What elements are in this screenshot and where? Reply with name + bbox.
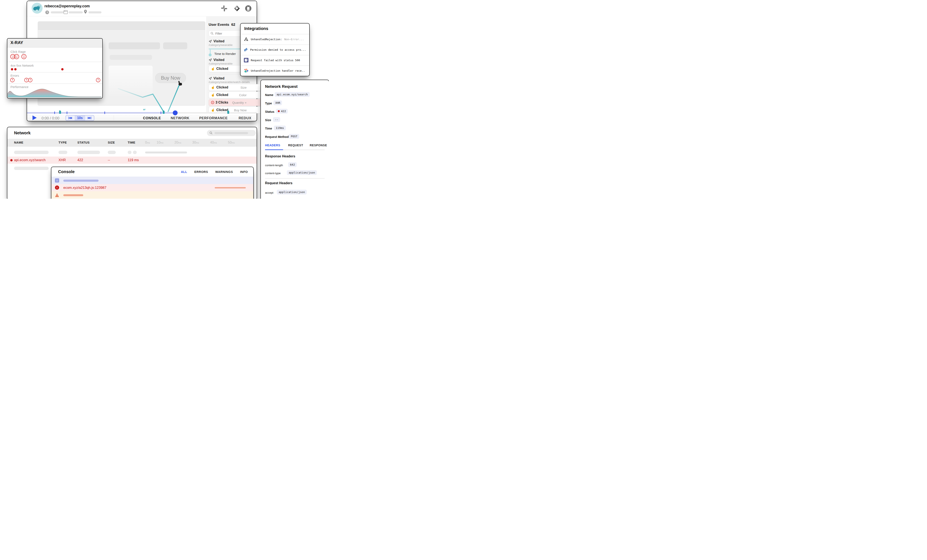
render-dot xyxy=(209,53,211,56)
cell-skeleton xyxy=(14,167,49,170)
timeline-event-tick[interactable] xyxy=(161,111,161,114)
cell-name: api.ecom.xyz/search xyxy=(14,158,46,162)
rh-value-content-length: 642 xyxy=(288,162,297,167)
field-label-size: Size xyxy=(265,118,271,122)
nr-tab-headers[interactable]: HEADERS xyxy=(265,144,280,147)
timeline-page-marker[interactable] xyxy=(59,111,61,114)
network-errors-label: 4xx-5xx Network xyxy=(11,64,34,67)
field-label-time: Time xyxy=(265,127,272,130)
xray-divider xyxy=(8,62,102,62)
log-skeleton xyxy=(63,180,99,182)
field-label-method: Request Method xyxy=(265,135,289,138)
visited-arrow-icon xyxy=(209,39,212,43)
info-icon: i xyxy=(55,178,59,182)
event-visited-2[interactable]: Visited xyxy=(209,58,224,62)
title-skeleton-2 xyxy=(163,42,187,49)
performance-area-chart xyxy=(8,88,102,98)
error-dot xyxy=(10,159,12,161)
event-visited-1[interactable]: Visited xyxy=(209,39,224,43)
integration-row-permission[interactable]: Permission denied to access pro... xyxy=(240,44,309,55)
timeline-event-tick[interactable] xyxy=(54,111,55,114)
timeline-page-marker[interactable] xyxy=(227,111,229,114)
skip-back-button[interactable] xyxy=(66,115,74,120)
field-label-type: Type xyxy=(265,102,272,105)
slack-icon[interactable] xyxy=(221,5,227,12)
console-title: Console xyxy=(58,169,74,174)
integration-row-elastic[interactable]: Unhandledrejection handler rece.. xyxy=(240,65,309,76)
skip-back-icon xyxy=(68,117,72,120)
warning-icon xyxy=(55,193,59,197)
cell-skeleton xyxy=(133,151,137,154)
buy-now-label: Buy Now xyxy=(161,75,180,81)
integrations-title: Integrations xyxy=(244,26,268,31)
console-row-warning[interactable] xyxy=(52,191,253,199)
network-error-dot xyxy=(11,68,13,70)
ruler-num: 20 xyxy=(175,141,178,144)
cell-status: 422 xyxy=(78,158,83,162)
rhino-icon xyxy=(32,3,43,14)
ruler-num: 30 xyxy=(192,141,196,144)
user-events-title: User Events 62 xyxy=(209,23,235,27)
qh-value-accept: application/json xyxy=(277,190,307,194)
timeline-event-tick[interactable] xyxy=(67,111,67,114)
openreplay-marketing-screenshot: rebecca@openreplay.com xyxy=(0,0,329,199)
timeline-event-tick[interactable] xyxy=(105,111,105,114)
user-events-title-text: User Events xyxy=(209,23,229,27)
console-tab-info[interactable]: INFO xyxy=(240,170,248,173)
play-button[interactable] xyxy=(32,115,37,120)
console-tab-all[interactable]: ALL xyxy=(181,170,187,173)
integration-row-datadog[interactable]: Request failed with status 500 xyxy=(240,55,309,65)
console-tab-warnings[interactable]: WARNINGS xyxy=(215,170,233,173)
col-name: NAME xyxy=(14,141,23,144)
console-tab-errors[interactable]: ERRORS xyxy=(195,170,208,173)
quote-marker-icon[interactable]: “ xyxy=(143,108,146,113)
warning-skeleton-bar xyxy=(63,194,83,196)
timeline-remaining[interactable] xyxy=(175,112,257,114)
nr-tab-response[interactable]: RESPONSE xyxy=(310,144,327,147)
timeline-progress[interactable] xyxy=(27,112,175,114)
network-request-window: Network Request Name api.ecom.xyz/search… xyxy=(260,80,329,199)
network-error-dot xyxy=(14,68,17,70)
avatar xyxy=(32,3,43,14)
ruler-num: 50 xyxy=(228,141,232,144)
click-rage-label: Click Rage xyxy=(11,50,26,53)
integration-row-sentry[interactable]: UnhandledRejection: Non–Error... xyxy=(240,34,309,44)
qh-label-accept: accept xyxy=(265,191,274,194)
ruler-40ms: 40ms xyxy=(210,141,217,144)
skip-forward-button[interactable] xyxy=(85,115,94,120)
tab-performance[interactable]: PERFORMANCE xyxy=(199,116,228,120)
status-error-dot xyxy=(278,110,280,112)
timeline-page-marker[interactable] xyxy=(163,111,165,114)
network-request-title: Network Request xyxy=(265,84,298,89)
ruler-30ms: 30ms xyxy=(192,141,199,144)
timeline-playhead[interactable] xyxy=(173,111,178,115)
session-top-bar: rebecca@openreplay.com xyxy=(27,1,257,16)
integration-text: UnhandledRejection: xyxy=(251,38,282,41)
xray-window: X-RAY Click Rage 4xx-5xx Network Errors xyxy=(7,38,103,99)
visited-arrow-icon xyxy=(209,58,212,62)
event-visited-3[interactable]: Visited xyxy=(209,76,224,80)
network-row-skeleton[interactable] xyxy=(8,149,257,156)
tab-redux[interactable]: REDUX xyxy=(239,116,251,120)
clicked-hand-icon: ☝ xyxy=(211,93,215,97)
visited-url-3: /category/wearable/watch-details xyxy=(209,80,250,83)
console-row-error[interactable]: ! ecom.xyz/a213qh.js:123987 xyxy=(52,184,253,191)
network-row-error[interactable]: api.ecom.xyz/search XHR 422 -- 119 ms xyxy=(8,156,257,164)
nr-tab-request[interactable]: REQUEST xyxy=(288,144,303,147)
skip-interval-button[interactable]: 10s xyxy=(74,115,85,120)
visited-label: Visited xyxy=(213,76,224,80)
ruler-20ms: 20ms xyxy=(175,141,181,144)
response-headers-title: Response Headers xyxy=(265,155,295,158)
github-icon[interactable] xyxy=(245,5,252,12)
tab-network[interactable]: NETWORK xyxy=(171,116,189,120)
ruler-num: 10 xyxy=(157,141,160,144)
controls-divider xyxy=(114,115,114,120)
console-tabs: ALL ERRORS WARNINGS INFO xyxy=(181,170,248,173)
console-row-info[interactable]: i xyxy=(52,177,253,184)
jira-diamond-icon[interactable] xyxy=(234,5,240,12)
ruler-10ms: 10ms xyxy=(157,141,163,144)
clicked-label: Clicked xyxy=(216,108,228,112)
rh-label-content-length: content-length xyxy=(265,164,283,167)
network-search-box[interactable] xyxy=(207,130,256,136)
tab-console[interactable]: CONSOLE xyxy=(143,116,161,120)
